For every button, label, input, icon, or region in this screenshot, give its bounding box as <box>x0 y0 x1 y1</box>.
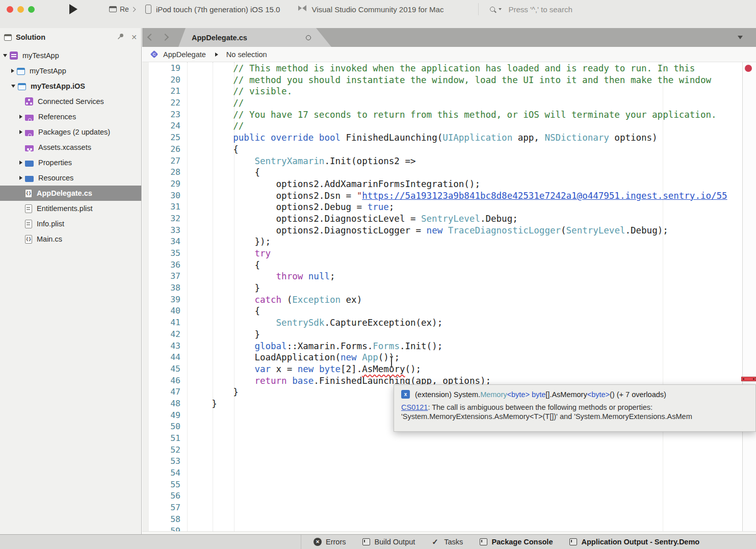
line-number[interactable]: 40 <box>149 305 180 317</box>
search-icon[interactable] <box>490 7 495 12</box>
status-bar-item[interactable]: Application Output - Sentry.Demo <box>569 538 699 546</box>
tree-item[interactable]: myTestApp.iOS <box>0 79 141 94</box>
tree-item[interactable]: Resources <box>0 170 141 186</box>
navigate-forward-button[interactable] <box>162 34 169 41</box>
line-number[interactable]: 47 <box>149 386 180 398</box>
device-selector[interactable]: iPod touch (7th generation) iOS 15.0 <box>156 5 280 14</box>
tree-item[interactable]: AppDelegate.cs <box>0 186 141 201</box>
status-bar-item[interactable]: Build Output <box>362 538 415 546</box>
expander-arrow-icon[interactable] <box>19 130 22 134</box>
line-number[interactable]: 34 <box>149 236 180 248</box>
line-number-gutter[interactable]: 1920212223242526272829303132333435363738… <box>149 63 180 537</box>
line-number[interactable]: 21 <box>149 86 180 97</box>
line-number[interactable]: 54 <box>149 467 180 479</box>
line-number[interactable]: 35 <box>149 248 180 259</box>
tree-item[interactable]: Main.cs <box>0 231 141 247</box>
tree-item[interactable]: Packages (2 updates) <box>0 124 141 140</box>
line-number[interactable]: 26 <box>149 144 180 155</box>
line-number[interactable]: 28 <box>149 167 180 178</box>
expander-arrow-icon[interactable] <box>11 69 14 73</box>
line-number[interactable]: 55 <box>149 479 180 491</box>
tree-item[interactable]: References <box>0 109 141 124</box>
line-number[interactable]: 58 <box>149 514 180 526</box>
line-number[interactable]: 30 <box>149 190 180 202</box>
tree-item-label: myTestApp <box>30 67 66 75</box>
status-bar-item[interactable]: Package Console <box>480 538 553 546</box>
tree-item-label: Info.plist <box>37 220 64 228</box>
line-number[interactable]: 31 <box>149 201 180 213</box>
error-code-link[interactable]: CS0121 <box>401 403 428 411</box>
breadcrumb-selection[interactable]: No selection <box>226 50 267 59</box>
code-line <box>190 445 727 456</box>
tree-item[interactable]: myTestApp <box>0 63 141 79</box>
line-number[interactable]: 48 <box>149 398 180 410</box>
line-number[interactable]: 44 <box>149 352 180 363</box>
line-number[interactable]: 51 <box>149 433 180 445</box>
tasks-icon <box>432 538 440 546</box>
tree-item[interactable]: Assets.xcassets <box>0 140 141 155</box>
tab-list-dropdown-icon[interactable] <box>738 36 743 39</box>
zoom-window-button[interactable] <box>28 6 35 13</box>
close-window-button[interactable] <box>7 6 13 13</box>
line-number[interactable]: 24 <box>149 120 180 132</box>
breadcrumb-class[interactable]: AppDelegate <box>163 50 206 59</box>
plist-file-icon <box>25 220 32 228</box>
line-number[interactable]: 22 <box>149 97 180 109</box>
line-number[interactable]: 43 <box>149 341 180 352</box>
line-number[interactable]: 29 <box>149 178 180 190</box>
line-number[interactable]: 37 <box>149 271 180 282</box>
line-number[interactable]: 38 <box>149 282 180 294</box>
tree-item[interactable]: Properties <box>0 155 141 170</box>
breakpoint-margin[interactable] <box>142 62 149 531</box>
line-number[interactable]: 20 <box>149 74 180 86</box>
pin-icon[interactable] <box>117 33 124 42</box>
tree-item[interactable]: Entitlements.plist <box>0 201 141 216</box>
line-number[interactable]: 41 <box>149 317 180 329</box>
search-dropdown-chevron-icon[interactable] <box>499 8 502 10</box>
code-editor[interactable]: 1920212223242526272829303132333435363738… <box>142 62 756 531</box>
status-bar-item[interactable]: Errors <box>314 538 346 546</box>
code-line: } <box>190 282 727 294</box>
expander-arrow-icon[interactable] <box>11 85 15 88</box>
close-icon[interactable]: ✕ <box>131 33 137 41</box>
line-number[interactable]: 25 <box>149 132 180 144</box>
tree-item[interactable]: Info.plist <box>0 216 141 231</box>
navigate-back-button[interactable] <box>147 34 154 41</box>
search-input[interactable]: Press '^,' to search <box>508 5 572 14</box>
tree-item-label: myTestApp <box>22 51 59 60</box>
output-icon <box>569 538 577 545</box>
line-number[interactable]: 42 <box>149 329 180 341</box>
line-number[interactable]: 45 <box>149 363 180 375</box>
code-line: }); <box>190 236 727 248</box>
tab-appdelegate[interactable]: AppDelegate.cs <box>178 28 331 47</box>
configuration-selector[interactable]: Re <box>120 5 129 13</box>
tree-item[interactable]: Connected Services <box>0 94 141 109</box>
line-number[interactable]: 32 <box>149 213 180 225</box>
line-number[interactable]: 36 <box>149 259 180 271</box>
line-number[interactable]: 52 <box>149 445 180 456</box>
line-number[interactable]: 23 <box>149 109 180 121</box>
line-number[interactable]: 27 <box>149 155 180 167</box>
line-number[interactable]: 53 <box>149 456 180 467</box>
expander-arrow-icon[interactable] <box>19 161 22 165</box>
vertical-scrollbar[interactable] <box>742 62 756 531</box>
line-number[interactable]: 57 <box>149 502 180 514</box>
minimize-window-button[interactable] <box>17 6 24 13</box>
line-number[interactable]: 56 <box>149 490 180 502</box>
expander-arrow-icon[interactable] <box>19 115 22 119</box>
line-number[interactable]: 46 <box>149 375 180 387</box>
expander-arrow-icon[interactable] <box>3 54 7 57</box>
chevron-right-icon <box>131 7 136 12</box>
code-text[interactable]: // This method is invoked when the appli… <box>190 63 727 537</box>
tree-item[interactable]: myTestApp <box>0 48 141 63</box>
run-button[interactable] <box>69 4 77 14</box>
line-number[interactable]: 39 <box>149 294 180 306</box>
line-number[interactable]: 19 <box>149 63 180 74</box>
project-icon <box>17 68 25 75</box>
status-bar-item[interactable]: Tasks <box>432 538 463 546</box>
line-number[interactable]: 50 <box>149 421 180 433</box>
cs-file-icon <box>25 235 32 244</box>
expander-arrow-icon[interactable] <box>19 176 22 180</box>
line-number[interactable]: 33 <box>149 225 180 237</box>
line-number[interactable]: 49 <box>149 410 180 422</box>
